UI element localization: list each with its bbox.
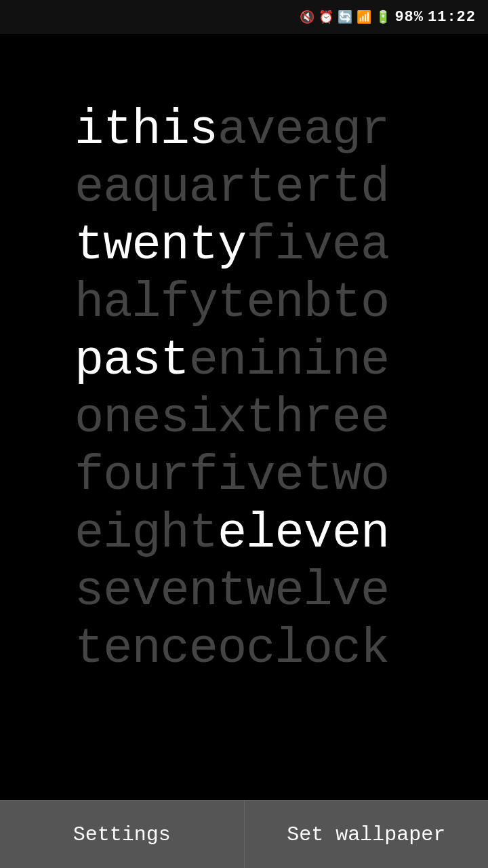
mute-icon: 🔇 bbox=[300, 9, 314, 24]
signal-icon: 📶 bbox=[357, 9, 371, 24]
clock-line-7: fourfivetwo bbox=[75, 448, 488, 505]
filler-10: tenceoclock bbox=[75, 621, 389, 677]
clock-line-1: ithisaveagr bbox=[75, 102, 488, 159]
clock-line-8: eighteleven bbox=[75, 505, 488, 563]
filler-1: aveagr bbox=[218, 102, 389, 158]
clock-line-2: eaquartertd bbox=[75, 159, 488, 217]
word-twenty: twenty bbox=[75, 218, 246, 273]
filler-6: onesixthree bbox=[75, 391, 389, 446]
battery-percentage: 98% bbox=[394, 9, 424, 26]
clock-line-5: pasteninine bbox=[75, 332, 488, 390]
word-eleven: eleven bbox=[218, 506, 389, 561]
set-wallpaper-button[interactable]: Set wallpaper bbox=[245, 800, 489, 868]
clock-line-10: tenceoclock bbox=[75, 620, 488, 678]
clock-line-6: onesixthree bbox=[75, 390, 488, 448]
clock-display: ithisaveagr eaquartertd twentyfivea half… bbox=[0, 34, 488, 800]
filler-2: eaquartertd bbox=[75, 160, 389, 216]
settings-button[interactable]: Settings bbox=[0, 800, 245, 868]
clock-line-4: halfytenbto bbox=[75, 275, 488, 332]
status-icons: 🔇 ⏰ 🔄 📶 🔋 98% 11:22 bbox=[300, 9, 476, 26]
filler-8: eight bbox=[75, 506, 218, 561]
sync-icon: 🔄 bbox=[338, 9, 352, 24]
battery-icon: 🔋 bbox=[375, 9, 390, 24]
filler-3: fivea bbox=[246, 218, 389, 273]
status-bar: 🔇 ⏰ 🔄 📶 🔋 98% 11:22 bbox=[0, 0, 488, 34]
alarm-icon: ⏰ bbox=[319, 9, 333, 24]
filler-4: halfytenbto bbox=[75, 275, 389, 331]
status-time: 11:22 bbox=[428, 9, 476, 26]
clock-line-9: seventwelve bbox=[75, 563, 488, 620]
word-it: it bbox=[75, 102, 131, 158]
filler-9: seventwelve bbox=[75, 564, 389, 619]
word-his: his bbox=[131, 102, 218, 158]
filler-5: eninine bbox=[189, 333, 389, 389]
word-past: past bbox=[75, 333, 189, 389]
clock-line-3: twentyfivea bbox=[75, 217, 488, 275]
bottom-bar: Settings Set wallpaper bbox=[0, 800, 488, 868]
filler-7: fourfivetwo bbox=[75, 448, 389, 504]
